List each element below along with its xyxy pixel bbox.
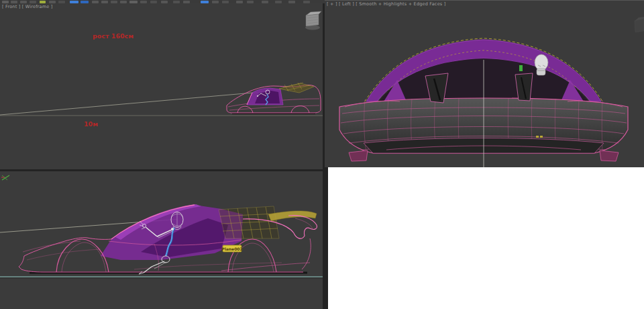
selection-marker-green [519, 65, 523, 71]
foot-pad-left [349, 150, 368, 161]
annotation-height-text: рост 160см [93, 32, 133, 40]
engine-deck-grid [219, 206, 279, 238]
white-empty-panel [328, 167, 644, 309]
eye-line [0, 91, 268, 115]
car-side-wireframe-small[interactable] [227, 83, 321, 114]
view-cube[interactable] [305, 11, 321, 30]
car-side-wireframe-large[interactable]: Plane002 [19, 204, 317, 274]
axis-gizmo [1, 175, 9, 180]
view-cube-faint[interactable] [635, 17, 644, 32]
rear-wheel-arch [291, 106, 309, 114]
rear-deck-grid [279, 83, 314, 93]
svg-text:Plane002: Plane002 [221, 247, 242, 251]
annotation-distance-text: 10м [84, 120, 98, 128]
viewport-bottom[interactable]: Plane002 [0, 171, 323, 309]
rear-wing [268, 211, 317, 221]
viewport-front-label[interactable]: [ Front ] [ Wireframe ] [2, 4, 52, 9]
application-window: [ Front ] [ Wireframe ] рост 160см 10м [0, 0, 644, 309]
front-viewport-canvas[interactable]: рост 160см 10м [0, 3, 323, 169]
viewport-left[interactable]: [ + ] [ Left ] [ Smooth + Highlights + E… [325, 0, 644, 167]
fin-inner-line [295, 218, 313, 229]
yellow-marker [536, 136, 539, 138]
object-name-tag: Plane002 [221, 245, 242, 252]
viewport-left-label[interactable]: [ + ] [ Left ] [ Smooth + Highlights + E… [327, 1, 445, 7]
left-viewport-canvas[interactable] [325, 1, 644, 167]
foot-pad-right [600, 150, 619, 161]
viewport-front[interactable]: [ Front ] [ Wireframe ] рост 160см 10м [0, 3, 323, 169]
yellow-marker-2 [540, 136, 543, 138]
bottom-viewport-canvas[interactable]: Plane002 [0, 171, 323, 309]
